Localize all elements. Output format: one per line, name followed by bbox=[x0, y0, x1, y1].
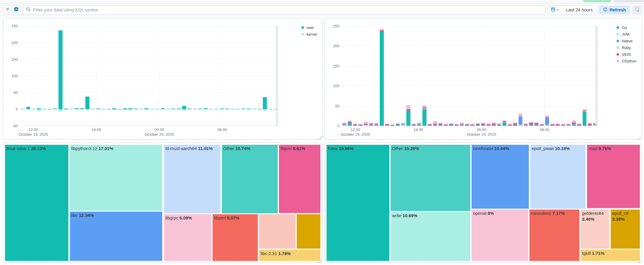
bar-kernel[interactable] bbox=[118, 109, 122, 110]
bar-cpython[interactable] bbox=[556, 123, 560, 124]
bar-kernel[interactable] bbox=[42, 109, 46, 109]
bar-kernel[interactable] bbox=[150, 109, 154, 109]
bar-kernel[interactable] bbox=[258, 109, 262, 110]
bar-v8js[interactable] bbox=[385, 124, 389, 125]
treemap-tile-linux-vdso.1[interactable]: linux-vdso.1 20.13% bbox=[5, 144, 69, 261]
bar-ruby[interactable] bbox=[460, 124, 464, 125]
bar-cpython[interactable] bbox=[497, 123, 501, 124]
bar-v8js[interactable] bbox=[567, 124, 571, 125]
bar-go[interactable] bbox=[364, 125, 368, 126]
bar-jvm[interactable] bbox=[519, 125, 523, 125]
bar-kernel[interactable] bbox=[161, 109, 165, 109]
bar-go[interactable] bbox=[534, 125, 538, 126]
bar-jvm[interactable] bbox=[503, 122, 507, 123]
bar-cpython[interactable] bbox=[444, 124, 448, 125]
bar-v8js[interactable] bbox=[550, 124, 555, 125]
bar-v8js[interactable] bbox=[391, 125, 395, 125]
bar-cpython[interactable] bbox=[476, 123, 480, 124]
bar-native[interactable] bbox=[401, 124, 405, 125]
treemap-tile-epoll_pwait[interactable]: epoll_pwait 10.18% bbox=[530, 144, 586, 209]
bar-v8js[interactable] bbox=[422, 107, 427, 108]
bar-v8js[interactable] bbox=[358, 124, 362, 125]
bar-kernel[interactable] bbox=[139, 109, 143, 109]
bar-go[interactable] bbox=[486, 125, 491, 126]
bar-v8js[interactable] bbox=[476, 124, 480, 124]
bar-cpython[interactable] bbox=[567, 123, 571, 124]
bar-cpython[interactable] bbox=[513, 122, 517, 123]
bar-v8js[interactable] bbox=[572, 123, 576, 124]
bar-go[interactable] bbox=[380, 31, 384, 126]
auto-refresh-button[interactable] bbox=[632, 6, 642, 14]
bar-go[interactable] bbox=[374, 125, 379, 126]
treemap-tile-ld-musl-aarch64[interactable]: ld-musl-aarch64 11.01% bbox=[164, 144, 221, 214]
bar-kernel[interactable] bbox=[263, 109, 267, 111]
bar-go[interactable] bbox=[567, 125, 571, 126]
bar-native[interactable] bbox=[540, 125, 544, 125]
bar-native[interactable] bbox=[481, 125, 485, 125]
panel-resize-handle[interactable] bbox=[638, 259, 640, 262]
bar-cpython[interactable] bbox=[433, 121, 437, 124]
bar-kernel[interactable] bbox=[37, 109, 41, 111]
bar-kernel[interactable] bbox=[241, 109, 246, 109]
bar-native[interactable] bbox=[513, 125, 517, 125]
bar-native[interactable] bbox=[385, 125, 389, 125]
bar-native[interactable] bbox=[497, 125, 501, 125]
bar-ruby[interactable] bbox=[519, 116, 523, 116]
bar-kernel[interactable] bbox=[225, 109, 229, 109]
bar-go[interactable] bbox=[369, 125, 373, 126]
panel-runtime-bar-chart[interactable]: 05010015020025012:00October 19, 202518:0… bbox=[324, 18, 642, 140]
bar-kernel[interactable] bbox=[177, 109, 181, 110]
bar-native[interactable] bbox=[572, 124, 576, 125]
bar-native[interactable] bbox=[396, 124, 400, 125]
add-filter-button[interactable] bbox=[12, 6, 20, 14]
bar-go[interactable] bbox=[455, 125, 459, 126]
bar-cpython[interactable] bbox=[545, 115, 549, 117]
bar-go[interactable] bbox=[550, 125, 555, 126]
bar-cpython[interactable] bbox=[380, 29, 384, 30]
bar-kernel[interactable] bbox=[123, 109, 127, 110]
bar-go[interactable] bbox=[481, 125, 485, 126]
bar-native[interactable] bbox=[508, 125, 512, 125]
treemap-tile-write[interactable]: write 10.69% bbox=[390, 212, 471, 261]
panel-resize-handle[interactable] bbox=[638, 135, 640, 138]
bar-go[interactable] bbox=[444, 125, 448, 126]
legend-item-kernel[interactable]: kernel bbox=[301, 32, 317, 36]
bar-cpython[interactable] bbox=[577, 123, 581, 124]
bar-go[interactable] bbox=[465, 125, 469, 126]
bar-go[interactable] bbox=[342, 125, 346, 126]
bar-kernel[interactable] bbox=[48, 109, 52, 110]
bar-go[interactable] bbox=[529, 125, 533, 126]
bar-kernel[interactable] bbox=[53, 109, 57, 109]
bar-go[interactable] bbox=[540, 125, 544, 126]
bar-kernel[interactable] bbox=[155, 109, 159, 109]
bar-v8js[interactable] bbox=[353, 124, 357, 125]
treemap-tile-newfstatat[interactable]: newfstatat 10.44% bbox=[471, 144, 529, 209]
bar-native[interactable] bbox=[561, 125, 565, 125]
bar-kernel[interactable] bbox=[91, 109, 95, 109]
bar-go[interactable] bbox=[396, 125, 400, 126]
bar-native[interactable] bbox=[438, 124, 443, 125]
bar-go[interactable] bbox=[476, 125, 480, 126]
bar-cpython[interactable] bbox=[369, 123, 373, 124]
bar-kernel[interactable] bbox=[193, 109, 197, 109]
bar-go[interactable] bbox=[497, 125, 501, 126]
bar-kernel[interactable] bbox=[204, 109, 208, 109]
bar-v8js[interactable] bbox=[508, 125, 512, 125]
bar-native[interactable] bbox=[486, 125, 491, 125]
bar-kernel[interactable] bbox=[171, 109, 175, 109]
bar-v8js[interactable] bbox=[460, 124, 464, 124]
bar-kernel[interactable] bbox=[220, 109, 224, 109]
panel-resize-handle[interactable] bbox=[318, 259, 321, 262]
treemap-tile-Other[interactable]: Other 15.26% bbox=[390, 144, 471, 211]
legend-item-v8js[interactable]: V8JS bbox=[617, 52, 636, 57]
bar-cpython[interactable] bbox=[481, 123, 485, 124]
panel-resize-handle[interactable] bbox=[318, 135, 321, 138]
bar-kernel[interactable] bbox=[247, 109, 251, 109]
bar-native[interactable] bbox=[556, 125, 560, 125]
bar-native[interactable] bbox=[433, 125, 437, 125]
bar-kernel[interactable] bbox=[101, 109, 106, 109]
bar-cpython[interactable] bbox=[465, 124, 469, 124]
bar-kernel[interactable] bbox=[96, 109, 100, 109]
bar-go[interactable] bbox=[358, 125, 362, 126]
bar-user[interactable] bbox=[58, 30, 63, 109]
